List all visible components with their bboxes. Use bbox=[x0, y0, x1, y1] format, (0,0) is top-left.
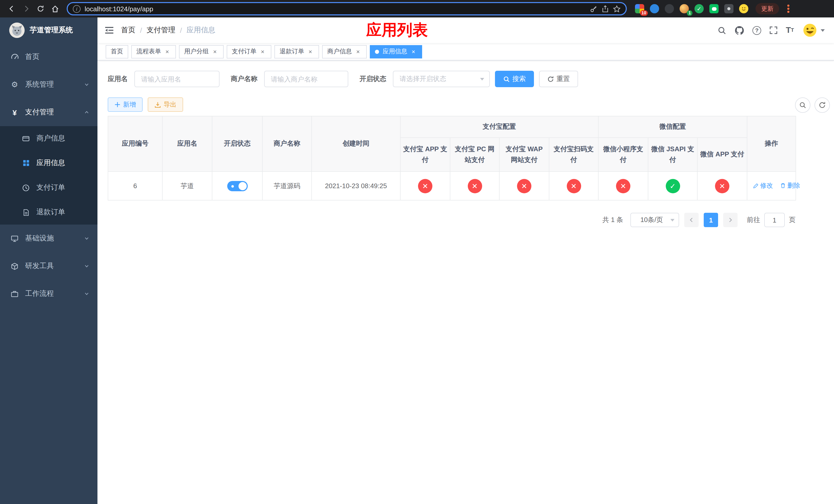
app-name-input[interactable] bbox=[134, 71, 220, 87]
tab-pay-orders[interactable]: 支付订单 × bbox=[227, 45, 271, 58]
wechat-jsapi-status-icon: ✓ bbox=[665, 179, 680, 193]
tab-refund-orders[interactable]: 退款订单 × bbox=[275, 45, 319, 58]
sidebar-item-pay-orders[interactable]: 支付订单 bbox=[0, 175, 97, 200]
tab-merchant-info[interactable]: 商户信息 × bbox=[322, 45, 367, 58]
extension-green-check-icon[interactable]: ✓ bbox=[695, 4, 704, 13]
browser-toolbar: i localhost:1024/pay/app 10 1 ✓ bbox=[0, 0, 834, 18]
chevron-down-icon bbox=[84, 291, 89, 296]
delete-link-label: 删除 bbox=[787, 182, 800, 190]
sidebar-item-infrastructure[interactable]: 基础设施 bbox=[0, 225, 97, 252]
goto-page-input[interactable] bbox=[764, 213, 785, 227]
sidebar-item-label: 工作流程 bbox=[25, 289, 54, 298]
sidebar-item-refund-orders[interactable]: 退款订单 bbox=[0, 200, 97, 225]
delete-link[interactable]: 删除 bbox=[780, 182, 800, 190]
sidebar-toggle-icon[interactable] bbox=[105, 26, 114, 35]
sidebar-item-workflow[interactable]: 工作流程 bbox=[0, 280, 97, 307]
close-icon[interactable]: × bbox=[410, 48, 417, 55]
font-size-icon[interactable]: TT bbox=[786, 26, 794, 35]
password-key-icon[interactable] bbox=[590, 5, 597, 13]
back-button[interactable] bbox=[5, 2, 19, 15]
sidebar-item-home[interactable]: 首页 bbox=[0, 43, 97, 71]
close-icon[interactable]: × bbox=[163, 48, 171, 55]
sidebar-item-label: 商户信息 bbox=[37, 134, 65, 143]
sidebar-item-merchant-info[interactable]: 商户信息 bbox=[0, 126, 97, 151]
github-icon[interactable] bbox=[734, 25, 744, 35]
current-page-button[interactable]: 1 bbox=[704, 213, 718, 227]
tab-process-form[interactable]: 流程表单 × bbox=[131, 45, 176, 58]
reload-button[interactable] bbox=[34, 2, 47, 15]
user-menu[interactable] bbox=[802, 23, 825, 38]
dashboard-icon bbox=[10, 53, 19, 61]
page-size-select[interactable]: 10条/页 bbox=[630, 213, 679, 227]
close-icon[interactable]: × bbox=[259, 48, 266, 55]
goto-suffix: 页 bbox=[789, 215, 795, 225]
refresh-button[interactable] bbox=[814, 97, 830, 113]
breadcrumb-payment[interactable]: 支付管理 bbox=[147, 26, 175, 35]
close-icon[interactable]: × bbox=[307, 48, 314, 55]
col-alipay-app: 支付宝 APP 支付 bbox=[400, 138, 450, 171]
share-icon[interactable] bbox=[602, 5, 609, 13]
merchant-name-input[interactable] bbox=[264, 71, 348, 87]
tab-app-info[interactable]: 应用信息 × bbox=[370, 45, 422, 58]
tab-label: 商户信息 bbox=[327, 47, 352, 56]
sidebar-item-payment[interactable]: ¥ 支付管理 bbox=[0, 98, 97, 126]
sidebar-item-system[interactable]: ⚙ 系统管理 bbox=[0, 71, 97, 98]
tab-user-group[interactable]: 用户分组 × bbox=[179, 45, 224, 58]
payment-submenu: 商户信息 应用信息 支付订单 bbox=[0, 126, 97, 225]
show-search-toggle-button[interactable] bbox=[795, 97, 810, 113]
bookmark-star-icon[interactable] bbox=[613, 5, 621, 13]
status-toggle[interactable] bbox=[227, 181, 247, 191]
extension-drop-icon[interactable] bbox=[650, 4, 659, 13]
browser-menu-icon[interactable] bbox=[783, 4, 793, 14]
search-button[interactable]: 搜索 bbox=[495, 71, 534, 87]
export-button[interactable]: 导出 bbox=[148, 97, 183, 112]
search-icon[interactable] bbox=[718, 26, 726, 35]
col-merchant: 商户名称 bbox=[262, 116, 312, 171]
status-select[interactable]: 请选择开启状态 bbox=[393, 71, 490, 87]
breadcrumb-separator: / bbox=[180, 26, 182, 35]
app-table: 应用编号 应用名 开启状态 商户名称 创建时间 支付宝配置 微信配置 操作 支付… bbox=[108, 116, 796, 201]
tab-home[interactable]: 首页 bbox=[106, 45, 128, 58]
cell-ops: 修改 删除 bbox=[747, 171, 796, 200]
home-button[interactable] bbox=[48, 2, 62, 15]
add-button[interactable]: 新增 bbox=[108, 97, 142, 112]
alipay-app-status-icon: ✕ bbox=[418, 179, 432, 193]
app-title: 芋道管理系统 bbox=[30, 26, 73, 35]
site-info-icon[interactable]: i bbox=[73, 5, 81, 13]
sidebar-item-app-info[interactable]: 应用信息 bbox=[0, 151, 97, 175]
reset-button-label: 重置 bbox=[556, 74, 570, 84]
search-button-label: 搜索 bbox=[512, 74, 526, 84]
extension-grid-icon[interactable]: 10 bbox=[635, 4, 644, 13]
sidebar-item-label: 支付管理 bbox=[25, 108, 54, 117]
sidebar-item-label: 基础设施 bbox=[25, 234, 54, 243]
col-alipay-wap: 支付宝 WAP 网站支付 bbox=[499, 138, 549, 171]
caret-down-icon bbox=[671, 219, 675, 222]
url-text[interactable]: localhost:1024/pay/app bbox=[85, 5, 153, 13]
goto-prefix: 前往 bbox=[747, 215, 760, 225]
sidebar-logo[interactable]: 芋道管理系统 bbox=[0, 18, 97, 43]
extension-badge: 10 bbox=[640, 10, 648, 16]
close-icon[interactable]: × bbox=[211, 48, 219, 55]
monitor-icon bbox=[10, 234, 19, 242]
extension-emoji-icon[interactable] bbox=[739, 4, 748, 13]
fullscreen-icon[interactable] bbox=[769, 26, 777, 35]
prev-page-button[interactable] bbox=[684, 213, 699, 227]
page-title: 应用列表 bbox=[366, 20, 428, 41]
extension-wechat-icon[interactable] bbox=[709, 4, 719, 13]
extension-dark-icon[interactable] bbox=[665, 4, 674, 13]
alipay-qr-status-icon: ✕ bbox=[567, 179, 581, 193]
next-page-button[interactable] bbox=[723, 213, 738, 227]
sidebar-item-label: 研发工具 bbox=[25, 261, 54, 271]
extension-pin-icon[interactable] bbox=[724, 4, 733, 13]
help-icon[interactable]: ? bbox=[752, 26, 761, 35]
reset-button[interactable]: 重置 bbox=[539, 71, 578, 87]
address-bar[interactable]: i localhost:1024/pay/app bbox=[67, 2, 627, 15]
browser-update-button[interactable]: 更新 bbox=[755, 3, 779, 14]
edit-link[interactable]: 修改 bbox=[753, 182, 773, 190]
forward-button[interactable] bbox=[20, 2, 33, 15]
close-icon[interactable]: × bbox=[354, 48, 361, 55]
sidebar-item-dev-tools[interactable]: 研发工具 bbox=[0, 252, 97, 280]
breadcrumb-home[interactable]: 首页 bbox=[121, 26, 135, 35]
extension-avatar-icon[interactable]: 1 bbox=[680, 4, 689, 13]
chevron-down-icon bbox=[84, 264, 89, 269]
